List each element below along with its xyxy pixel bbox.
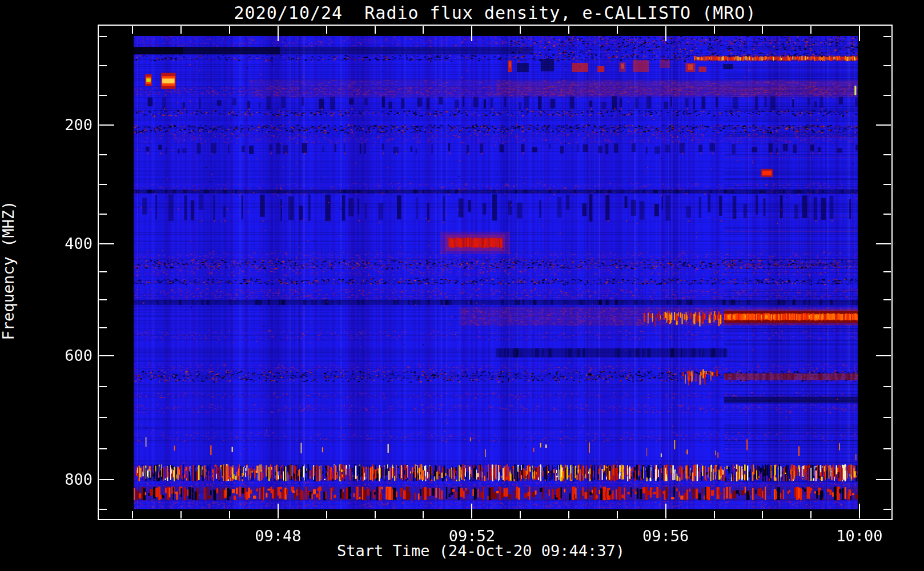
callisto-spectrogram-page: 2020/10/24 Radio flux density, e-CALLIST…: [0, 0, 924, 571]
x-tick-label: 09:52: [432, 527, 512, 545]
y-tick-label: 200: [26, 116, 93, 134]
axis-labels-layer: 09:4809:5209:5610:00200400600800: [0, 0, 924, 571]
x-tick-label: 09:56: [626, 527, 706, 545]
x-tick-label: 09:48: [238, 527, 318, 545]
y-tick-label: 800: [26, 471, 93, 489]
y-tick-label: 400: [26, 235, 93, 253]
x-tick-label: 10:00: [819, 527, 899, 545]
y-tick-label: 600: [26, 347, 93, 365]
